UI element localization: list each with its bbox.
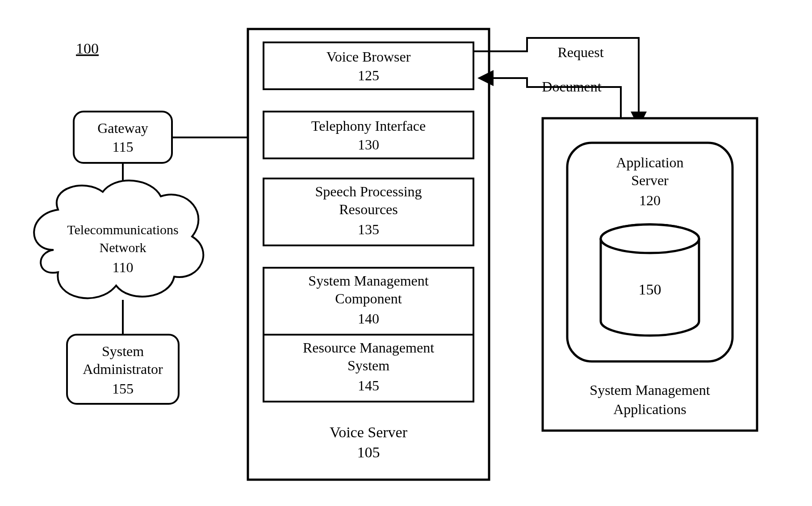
telephony-label: Telephony Interface bbox=[311, 118, 426, 134]
request-label: Request bbox=[557, 44, 603, 60]
speech-l1: Speech Processing bbox=[315, 183, 422, 199]
telecom-num: 110 bbox=[113, 259, 134, 275]
document-label: Document bbox=[542, 79, 601, 95]
telecom-l2: Network bbox=[100, 240, 146, 255]
voice-browser-num: 125 bbox=[358, 67, 379, 83]
svg-point-5 bbox=[601, 224, 699, 253]
speech-num: 135 bbox=[358, 221, 379, 237]
sysadmin-l2: Administrator bbox=[83, 361, 163, 377]
resmgmt-l2: System bbox=[347, 357, 389, 373]
svg-rect-2 bbox=[248, 29, 489, 480]
appserver-l2: Server bbox=[631, 172, 669, 188]
gateway-box: Gateway 115 bbox=[74, 112, 172, 163]
telecom-l1: Telecommunications bbox=[67, 222, 179, 237]
gateway-label: Gateway bbox=[97, 120, 148, 136]
diagram-canvas: 100 Gateway 115 Telecommunications Netwo… bbox=[0, 0, 812, 506]
gateway-num: 115 bbox=[113, 139, 134, 155]
db-num: 150 bbox=[639, 281, 661, 298]
sysadmin-box: System Administrator 155 bbox=[67, 335, 179, 404]
appserver-l1: Application bbox=[616, 154, 683, 170]
svg-rect-0 bbox=[74, 112, 172, 163]
telecom-cloud: Telecommunications Network 110 bbox=[34, 181, 203, 299]
database-icon: 150 bbox=[601, 224, 699, 336]
appserver-num: 120 bbox=[639, 192, 661, 208]
resmgmt-num: 145 bbox=[358, 377, 379, 394]
voice-browser-label: Voice Browser bbox=[326, 49, 411, 65]
sysmgmt-l1: System Management bbox=[308, 273, 428, 289]
sysadmin-num: 155 bbox=[112, 381, 134, 397]
sysadmin-l1: System bbox=[102, 343, 144, 359]
sysmgmt-l2: Component bbox=[335, 290, 402, 307]
voice-server-container: Voice Browser 125 Telephony Interface 13… bbox=[248, 29, 489, 480]
resmgmt-l1: Resource Management bbox=[303, 340, 434, 356]
telephony-num: 130 bbox=[358, 137, 379, 153]
sysmgmt-apps-cap1: System Management bbox=[590, 382, 710, 398]
voice-server-num: 105 bbox=[357, 444, 380, 460]
speech-l2: Resources bbox=[339, 201, 398, 217]
sysmgmt-apps-panel: Application Server 120 150 System Manage… bbox=[543, 118, 757, 431]
sysmgmt-apps-cap2: Applications bbox=[613, 401, 686, 417]
sysmgmt-num: 140 bbox=[358, 311, 379, 327]
voice-server-title: Voice Server bbox=[330, 424, 408, 440]
figure-ref: 100 bbox=[76, 40, 99, 57]
